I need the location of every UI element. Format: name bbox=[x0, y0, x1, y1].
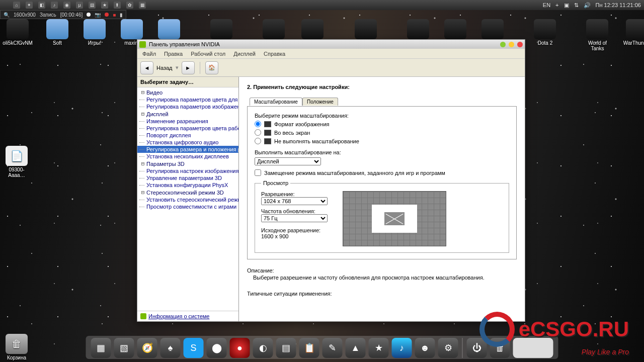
dock-calc[interactable]: ▤ bbox=[276, 338, 296, 358]
system-info-link[interactable]: Информация о системе bbox=[137, 311, 238, 321]
tree-category[interactable]: ⊟Видео bbox=[137, 88, 238, 96]
clock[interactable]: Пн 12:23 11:21:06 bbox=[596, 2, 641, 8]
native-res-value: 1600 x 900 bbox=[261, 233, 328, 239]
tree-category[interactable]: ⊟Стереоскопический режим 3D bbox=[137, 189, 238, 196]
back-button[interactable]: ◄ bbox=[140, 61, 153, 74]
dock-skype[interactable]: S bbox=[184, 338, 204, 358]
app-icon[interactable]: ▤ bbox=[89, 2, 96, 9]
desktop-icon[interactable]: oIi5kCfGvNM bbox=[4, 19, 31, 51]
tab-position[interactable]: Положение bbox=[302, 98, 338, 106]
section-heading: 2. Применить следующие настройки: bbox=[247, 84, 517, 90]
finder-icon[interactable]: ⌂ bbox=[13, 2, 20, 9]
window-toolbar: ◄ Назад ▾ ► 🏠 bbox=[137, 59, 525, 77]
tab-scaling[interactable]: Масштабирование bbox=[250, 98, 302, 106]
dock-safari[interactable]: 🧭 bbox=[137, 338, 157, 358]
tree-category[interactable]: ⊟Параметры 3D bbox=[137, 160, 238, 167]
fullscreen-icon bbox=[264, 130, 271, 136]
dock-app[interactable]: ▧ bbox=[114, 338, 134, 358]
tree-item[interactable]: Изменение разрешения bbox=[137, 118, 238, 125]
ecsgo-watermark: eCSGO.RU Play Like a Pro bbox=[479, 312, 629, 347]
dock-app[interactable]: ◐ bbox=[253, 338, 273, 358]
trash[interactable]: 🗑Корзина bbox=[3, 334, 30, 360]
task-tree: ⊟ВидеоРегулировка параметров цвета для в… bbox=[137, 87, 238, 311]
wifi-icon[interactable]: ⇅ bbox=[574, 2, 579, 9]
app-icon[interactable]: µ bbox=[76, 2, 83, 9]
desktop-icon[interactable]: World of Tanks bbox=[586, 19, 608, 51]
app-icon[interactable]: ✿ bbox=[126, 2, 133, 9]
dock-app[interactable]: ★ bbox=[369, 338, 389, 358]
dock-notes[interactable]: 📋 bbox=[299, 338, 319, 358]
minimize-button[interactable] bbox=[500, 42, 506, 47]
radio-noscale[interactable]: Не выполнять масштабирование bbox=[255, 138, 509, 144]
mac-menubar: ⌂ ✦ ◧ ♪ ◉ µ ▤ ★ ⬆ ✿ ▦ EN + ▣ ⇅ 🔊 Пн 12:2… bbox=[0, 0, 644, 10]
menu-item[interactable]: Справка bbox=[264, 51, 285, 57]
tree-item[interactable]: Регулировка параметров изображения д bbox=[137, 103, 238, 110]
dock-pokerstars[interactable]: ♠ bbox=[160, 338, 181, 358]
app-icon[interactable]: ◧ bbox=[38, 2, 45, 9]
desktop-icon[interactable]: Dota 2 bbox=[534, 19, 556, 51]
tree-item[interactable]: Установка нескольких дисплеев bbox=[137, 153, 238, 160]
resolution-label: Разрешение: bbox=[261, 191, 328, 197]
window-title: Панель управления NVIDIA bbox=[149, 41, 220, 47]
description-title: Описание: bbox=[247, 267, 517, 274]
preview-display bbox=[343, 191, 446, 246]
tree-item[interactable]: Установка цифрового аудио bbox=[137, 139, 238, 146]
back-label: Назад bbox=[156, 65, 173, 71]
menu-item[interactable]: Файл bbox=[142, 51, 156, 57]
menu-item[interactable]: Дисплей bbox=[233, 51, 256, 57]
dock-app[interactable]: ☻ bbox=[415, 338, 435, 358]
description-body: Выберите разрешение и частоту обновления… bbox=[253, 275, 517, 281]
tree-item[interactable]: Регулировка размера и положения рабо bbox=[137, 146, 238, 153]
dock-app[interactable]: ✎ bbox=[323, 338, 343, 358]
plus-icon[interactable]: + bbox=[555, 2, 558, 8]
app-icon[interactable]: ⬆ bbox=[114, 2, 121, 9]
dock-app[interactable]: ⬤ bbox=[207, 338, 227, 358]
menu-item[interactable]: Рабочий стол bbox=[191, 51, 225, 57]
sidebar-header: Выберите задачу… bbox=[137, 77, 238, 87]
desktop-file[interactable]: 📄09300-Aaaa… bbox=[3, 146, 30, 178]
app-icon[interactable]: ▦ bbox=[139, 2, 146, 9]
tree-item[interactable]: Регулировка параметров цвета рабоче bbox=[137, 125, 238, 132]
tree-category[interactable]: ⊟Дисплей bbox=[137, 110, 238, 118]
preview-legend: Просмотр bbox=[261, 180, 290, 186]
window-titlebar[interactable]: Панель управления NVIDIA bbox=[137, 40, 525, 49]
lang-indicator[interactable]: EN bbox=[543, 2, 550, 8]
volume-icon[interactable]: 🔊 bbox=[584, 2, 591, 9]
forward-button[interactable]: ► bbox=[182, 61, 195, 74]
tree-item[interactable]: Установка конфигурации PhysX bbox=[137, 182, 238, 189]
resolution-select[interactable]: 1024 x 768 bbox=[261, 197, 328, 205]
maximize-button[interactable] bbox=[509, 42, 514, 47]
app-icon[interactable]: ★ bbox=[101, 2, 108, 9]
tray-icon[interactable]: ▣ bbox=[564, 2, 569, 9]
refresh-select[interactable]: 75 Гц bbox=[261, 214, 328, 222]
nvidia-icon bbox=[140, 313, 146, 319]
tree-item[interactable]: Установить стереоскопический режим 3 bbox=[137, 196, 238, 203]
perform-label: Выполнить масштабирование на: bbox=[255, 149, 341, 155]
desktop-icon[interactable]: Игры! bbox=[84, 19, 106, 51]
dock-finder[interactable]: ▦ bbox=[91, 338, 111, 358]
app-icon[interactable]: ✦ bbox=[26, 2, 33, 9]
perform-select[interactable]: Дисплей bbox=[255, 157, 321, 165]
override-checkbox[interactable]: Замещение режима масштабирования, заданн… bbox=[255, 169, 509, 176]
tree-item[interactable]: Управление параметрами 3D bbox=[137, 174, 238, 182]
tree-item[interactable]: Регулировка настроек изображения с пр bbox=[137, 167, 238, 174]
home-button[interactable]: 🏠 bbox=[205, 61, 218, 74]
app-icon[interactable]: ♪ bbox=[51, 2, 58, 9]
desktop-icon[interactable]: WarThunder bbox=[623, 19, 644, 51]
preview-fieldset: Просмотр Разрешение: 1024 x 768 Частота … bbox=[255, 180, 509, 253]
chrome-icon[interactable]: ◉ bbox=[63, 2, 70, 9]
dock-itunes[interactable]: ♪ bbox=[392, 338, 412, 358]
radio-fullscreen[interactable]: Во весь экран bbox=[255, 129, 509, 136]
dock-steam[interactable]: ⚙ bbox=[438, 338, 458, 358]
scaling-mode-label: Выберите режим масштабирования: bbox=[255, 113, 509, 119]
radio-aspect[interactable]: Формат изображения bbox=[255, 121, 509, 127]
dock-record[interactable]: ● bbox=[230, 338, 250, 358]
tree-item[interactable]: Регулировка параметров цвета для вид bbox=[137, 96, 238, 103]
menu-item[interactable]: Правка bbox=[164, 51, 183, 57]
dock-app[interactable]: ▲ bbox=[346, 338, 366, 358]
desktop-icon[interactable]: Soft bbox=[46, 19, 68, 51]
close-button[interactable] bbox=[517, 42, 523, 47]
tree-item[interactable]: Поворот дисплея bbox=[137, 132, 238, 139]
tree-item[interactable]: Просмотр совместимости с играми bbox=[137, 203, 238, 210]
ecsgo-logo-icon bbox=[479, 312, 515, 347]
